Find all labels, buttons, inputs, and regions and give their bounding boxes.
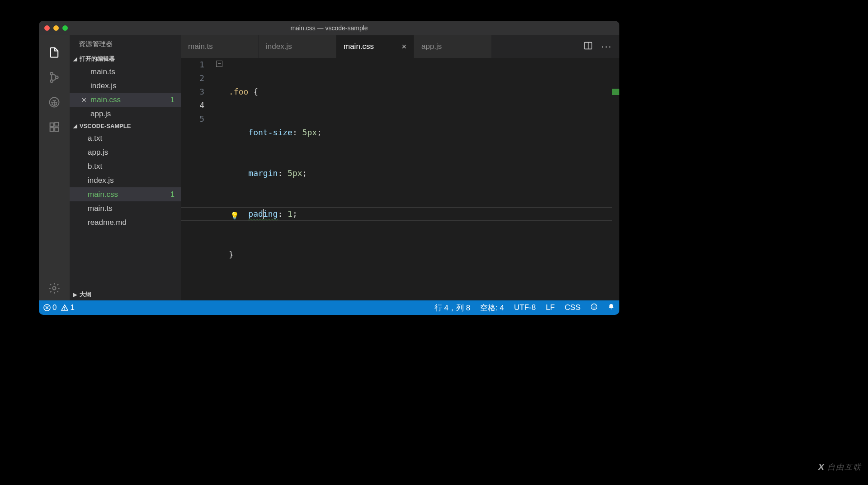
file-item[interactable]: app.js <box>70 145 181 159</box>
overview-ruler[interactable] <box>612 58 619 300</box>
open-editor-item[interactable]: ✕ main.ts <box>70 65 181 79</box>
more-actions-icon[interactable]: ··· <box>601 41 612 52</box>
activity-bar <box>39 35 70 300</box>
svg-point-1 <box>50 80 53 82</box>
open-editor-item[interactable]: ✕ index.js <box>70 79 181 93</box>
open-editor-item[interactable]: ✕ main.css 1 <box>70 93 181 107</box>
file-name: main.css <box>90 95 121 105</box>
chevron-down-icon: ◢ <box>73 56 77 62</box>
warnings-status[interactable]: 1 <box>61 303 74 312</box>
source-control-icon[interactable] <box>43 65 65 90</box>
editor-group: main.ts × index.js × main.css × app.js × <box>181 35 619 300</box>
svg-rect-7 <box>55 122 58 126</box>
file-name: main.ts <box>88 204 113 213</box>
svg-point-15 <box>593 305 594 306</box>
svg-point-16 <box>595 305 596 306</box>
file-item[interactable]: main.ts <box>70 201 181 215</box>
chevron-right-icon: ▶ <box>73 292 77 298</box>
line-gutter: 1 2 3 4 5 <box>181 58 216 300</box>
tab-app-js[interactable]: app.js × <box>414 35 492 58</box>
encoding-status[interactable]: UTF-8 <box>514 303 536 312</box>
notifications-bell-icon[interactable] <box>608 303 615 313</box>
window-title: main.css — vscode-sample <box>39 24 619 32</box>
sidebar-title: 资源管理器 <box>70 35 181 53</box>
open-editor-item[interactable]: ✕ app.js <box>70 107 181 121</box>
extensions-icon[interactable] <box>43 114 65 139</box>
eol-status[interactable]: LF <box>546 303 555 312</box>
feedback-smiley-icon[interactable] <box>590 303 598 313</box>
editor-actions: ··· <box>583 35 619 58</box>
code-editor[interactable]: 1 2 3 4 5 − .foo { font-size: 5px; margi… <box>181 58 619 300</box>
tab-bar: main.ts × index.js × main.css × app.js × <box>181 35 619 58</box>
file-name: a.txt <box>88 134 102 143</box>
svg-point-0 <box>50 72 53 75</box>
file-name: app.js <box>90 109 111 119</box>
lightbulb-icon[interactable]: 💡 <box>230 209 239 223</box>
file-item[interactable]: a.txt <box>70 131 181 145</box>
svg-point-8 <box>53 286 56 290</box>
file-name: app.js <box>88 148 108 157</box>
watermark: X 自由互联 <box>818 462 862 472</box>
open-editors-label: 打开的编辑器 <box>80 55 115 63</box>
close-icon[interactable]: ✕ <box>81 96 88 104</box>
warning-marker-icon <box>612 89 619 95</box>
vscode-window: main.css — vscode-sample 资源管理器 <box>39 21 619 315</box>
file-item[interactable]: readme.md <box>70 215 181 229</box>
text-cursor <box>263 209 264 219</box>
file-item[interactable]: main.css 1 <box>70 187 181 201</box>
split-editor-icon[interactable] <box>583 41 593 52</box>
svg-rect-4 <box>50 123 54 126</box>
tab-label: main.css <box>344 42 374 51</box>
chevron-down-icon: ◢ <box>73 123 77 129</box>
explorer-sidebar: 资源管理器 ◢ 打开的编辑器 ✕ main.ts ✕ index.js ✕ ma… <box>70 35 181 300</box>
tab-main-css[interactable]: main.css × <box>336 35 414 58</box>
outline-label: 大纲 <box>80 290 91 299</box>
file-name: main.css <box>88 190 118 199</box>
file-name: index.js <box>88 176 114 185</box>
close-window-icon[interactable] <box>44 25 50 31</box>
indentation-status[interactable]: 空格: 4 <box>480 303 504 313</box>
tab-index-js[interactable]: index.js × <box>259 35 336 58</box>
workspace-label: VSCODE-SAMPLE <box>80 123 131 129</box>
window-controls <box>39 25 68 31</box>
svg-rect-5 <box>50 128 54 131</box>
file-name: b.txt <box>88 162 102 171</box>
open-editors-header[interactable]: ◢ 打开的编辑器 <box>70 53 181 65</box>
workspace-header[interactable]: ◢ VSCODE-SAMPLE <box>70 121 181 131</box>
minimize-window-icon[interactable] <box>53 25 59 31</box>
file-name: index.js <box>90 81 117 90</box>
status-bar: 0 1 行 4，列 8 空格: 4 UTF-8 LF CSS <box>39 300 619 315</box>
file-name: readme.md <box>88 218 127 227</box>
outline-header[interactable]: ▶ 大纲 <box>70 289 181 300</box>
code-content[interactable]: .foo { font-size: 5px; margin: 5px; 💡 pa… <box>216 58 612 300</box>
svg-rect-6 <box>55 128 58 131</box>
file-item[interactable]: index.js <box>70 173 181 187</box>
problems-badge: 1 <box>170 96 175 104</box>
close-icon[interactable]: × <box>401 42 406 52</box>
svg-point-13 <box>65 309 66 310</box>
explorer-icon[interactable] <box>43 40 65 65</box>
debug-disabled-icon[interactable] <box>43 90 65 114</box>
tab-main-ts[interactable]: main.ts × <box>181 35 259 58</box>
tab-label: main.ts <box>188 42 213 51</box>
file-item[interactable]: b.txt <box>70 159 181 173</box>
language-status[interactable]: CSS <box>565 303 580 312</box>
settings-gear-icon[interactable] <box>43 276 65 300</box>
errors-status[interactable]: 0 <box>43 303 57 312</box>
file-name: main.ts <box>90 67 115 76</box>
svg-point-14 <box>591 304 597 309</box>
problems-badge: 1 <box>170 190 175 199</box>
tab-label: app.js <box>421 42 442 51</box>
cursor-position[interactable]: 行 4，列 8 <box>434 303 470 313</box>
zoom-window-icon[interactable] <box>62 25 68 31</box>
titlebar: main.css — vscode-sample <box>39 21 619 35</box>
tab-label: index.js <box>266 42 292 51</box>
